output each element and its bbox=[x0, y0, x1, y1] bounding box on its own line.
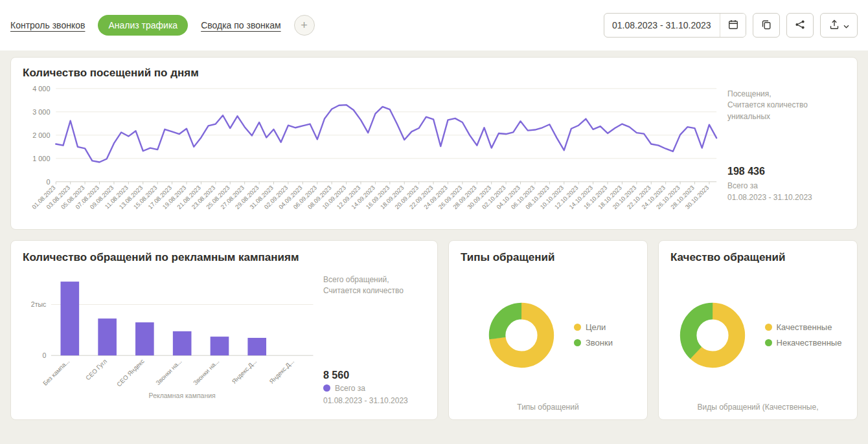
legend-dot bbox=[574, 324, 581, 331]
report-tabs: Контроль звонков Анализ трафика Сводка п… bbox=[10, 15, 315, 36]
add-tab-button[interactable]: + bbox=[294, 15, 315, 36]
visits-total-block: 198 436 Всего за 01.08.2023 - 31.10.2023 bbox=[727, 166, 845, 203]
legend-item-goals: Цели bbox=[574, 322, 613, 332]
legend-label: Всего за bbox=[335, 384, 365, 393]
svg-text:СЕО Яндекс: СЕО Яндекс bbox=[115, 357, 146, 388]
legend-label: Некачественные bbox=[777, 338, 842, 348]
campaigns-panel: Количество обращений по рекламным кампан… bbox=[10, 240, 438, 420]
visits-side-info: Посещения, Считается количество уникальн… bbox=[727, 80, 845, 225]
date-range-control bbox=[604, 13, 746, 38]
campaigns-panel-title: Количество обращений по рекламным кампан… bbox=[23, 251, 426, 264]
visits-total-period: 01.08.2023 - 31.10.2023 bbox=[727, 192, 845, 203]
calendar-icon bbox=[728, 19, 738, 32]
legend-dot bbox=[765, 324, 772, 331]
chevron-down-icon bbox=[843, 21, 849, 30]
svg-text:Яндекс.Д...: Яндекс.Д... bbox=[231, 357, 258, 385]
share-button[interactable] bbox=[786, 13, 814, 38]
types-panel-title: Типы обращений bbox=[461, 251, 635, 264]
note-line: Посещения, bbox=[727, 89, 845, 100]
campaigns-bar-chart: 02тысБез кампа...СЕО ГуглСЕО ЯндексЗвонк… bbox=[23, 264, 319, 401]
types-panel: Типы обращений Цели Звонки Типы обращени… bbox=[448, 240, 648, 420]
visits-line-chart: 01 0002 0003 0004 00001.08.202303.08.202… bbox=[23, 80, 722, 225]
top-toolbar: Контроль звонков Анализ трафика Сводка п… bbox=[0, 0, 868, 50]
svg-text:Яндекс.Д...: Яндекс.Д... bbox=[268, 357, 295, 385]
bottom-row: Количество обращений по рекламным кампан… bbox=[10, 240, 858, 420]
visits-panel-title: Количество посещений по дням bbox=[23, 67, 845, 80]
quality-caption: Виды обращений (Качественные, bbox=[670, 403, 845, 412]
types-legend: Цели Звонки bbox=[574, 322, 613, 348]
note-line: уникальных bbox=[727, 111, 845, 122]
legend-dot bbox=[323, 384, 330, 392]
quality-legend: Качественные Некачественные bbox=[765, 322, 842, 348]
visits-total-value: 198 436 bbox=[727, 166, 845, 177]
svg-text:Звонки на...: Звонки на... bbox=[154, 357, 183, 386]
legend-label: Цели bbox=[586, 322, 606, 332]
tab-call-control[interactable]: Контроль звонков bbox=[10, 20, 85, 30]
tab-traffic-analysis[interactable]: Анализ трафика bbox=[98, 15, 188, 36]
campaigns-total-period: 01.08.2023 - 31.10.2023 bbox=[323, 395, 426, 406]
note-line: Считается количество bbox=[323, 285, 426, 296]
quality-panel-title: Качество обращений bbox=[670, 251, 845, 264]
svg-text:3 000: 3 000 bbox=[32, 108, 50, 116]
types-donut-chart bbox=[483, 297, 560, 373]
quality-donut-chart bbox=[674, 297, 751, 373]
share-icon bbox=[795, 19, 805, 32]
copy-icon bbox=[761, 19, 771, 32]
copy-button[interactable] bbox=[753, 13, 780, 38]
svg-text:Звонки на...: Звонки на... bbox=[192, 357, 221, 386]
legend-label: Звонки bbox=[586, 338, 613, 348]
legend-item-quality: Качественные bbox=[765, 322, 842, 332]
campaigns-total-value: 8 560 bbox=[323, 370, 426, 381]
svg-text:0: 0 bbox=[42, 352, 46, 359]
legend-dot bbox=[574, 339, 581, 346]
svg-text:Рекламная кампания: Рекламная кампания bbox=[149, 392, 216, 399]
calendar-button[interactable] bbox=[720, 14, 746, 37]
tab-calls-summary[interactable]: Сводка по звонкам bbox=[201, 20, 280, 30]
campaigns-total-block: 8 560 Всего за 01.08.2023 - 31.10.2023 bbox=[323, 370, 426, 406]
legend-item-calls: Звонки bbox=[574, 338, 613, 348]
campaigns-legend-item: Всего за bbox=[323, 384, 426, 393]
note-line: Всего обращений, bbox=[323, 274, 426, 285]
visits-panel: Количество посещений по дням 01 0002 000… bbox=[10, 57, 858, 230]
legend-dot bbox=[765, 339, 772, 346]
toolbar-controls bbox=[604, 13, 858, 38]
export-button[interactable] bbox=[820, 13, 858, 38]
svg-text:1 000: 1 000 bbox=[32, 155, 50, 162]
svg-text:2 000: 2 000 bbox=[32, 131, 50, 139]
svg-text:4 000: 4 000 bbox=[32, 85, 50, 93]
legend-item-nonquality: Некачественные bbox=[765, 338, 842, 348]
svg-text:2тыс: 2тыс bbox=[31, 301, 46, 308]
svg-text:Без кампа...: Без кампа... bbox=[41, 357, 71, 386]
svg-text:0: 0 bbox=[46, 178, 50, 186]
campaigns-metric-note: Всего обращений, Считается количество bbox=[323, 274, 426, 297]
types-caption: Типы обращений bbox=[461, 403, 635, 412]
note-line: Считается количество bbox=[727, 100, 845, 111]
svg-text:СЕО Гугл: СЕО Гугл bbox=[84, 357, 108, 381]
date-range-input[interactable] bbox=[604, 14, 720, 37]
legend-label: Качественные bbox=[777, 322, 832, 332]
visits-total-caption: Всего за bbox=[727, 180, 845, 192]
quality-panel: Качество обращений Качественные Некачест… bbox=[658, 240, 858, 420]
export-icon bbox=[829, 19, 839, 32]
visits-metric-note: Посещения, Считается количество уникальн… bbox=[727, 89, 845, 122]
campaigns-side-info: Всего обращений, Считается количество 8 … bbox=[323, 264, 426, 413]
